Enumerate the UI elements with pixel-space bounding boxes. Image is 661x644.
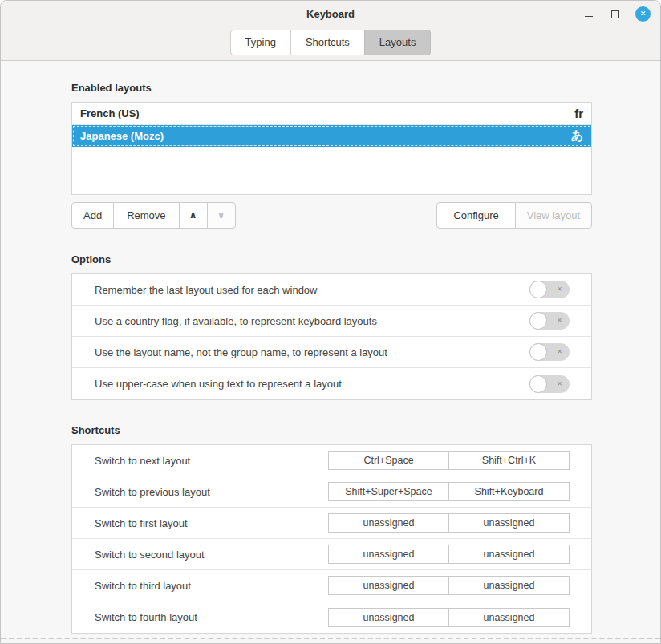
close-icon: ✕ (640, 10, 647, 18)
keybinding-pair: unassigned unassigned (328, 545, 570, 564)
toggle-off-icon: ✕ (557, 286, 562, 293)
option-label: Use the layout name, not the group name,… (72, 346, 529, 358)
window-title: Keyboard (306, 8, 355, 20)
configure-button[interactable]: Configure (436, 202, 515, 229)
shortcut-label: Switch to fourth layout (72, 611, 328, 623)
close-button[interactable]: ✕ (635, 6, 651, 22)
keybinding-button-1[interactable]: Shift+Super+Space (328, 482, 449, 501)
toggle-off-icon: ✕ (557, 381, 562, 387)
layout-row-french[interactable]: French (US) fr (72, 103, 591, 125)
tab-typing[interactable]: Typing (230, 30, 291, 55)
tab-shortcuts[interactable]: Shortcuts (290, 30, 365, 55)
keybinding-button-1[interactable]: unassigned (328, 608, 449, 627)
toggle-knob (529, 375, 547, 393)
keybinding-button-1[interactable]: Ctrl+Space (328, 451, 449, 470)
keybinding-button-2[interactable]: Shift+Keyboard (448, 482, 570, 501)
layout-action-group: Configure View layout (436, 202, 592, 229)
option-label: Remember the last layout used for each w… (72, 284, 529, 296)
toggle-knob (529, 281, 547, 298)
toggle-upper-case[interactable]: ✕ (529, 375, 570, 393)
tabs-row: Typing Shortcuts Layouts (1, 26, 660, 55)
option-label: Use a country flag, if available, to rep… (72, 315, 529, 327)
keyboard-settings-window: Keyboard ✕ Typing Shortcuts Layouts (0, 0, 661, 644)
tab-layouts[interactable]: Layouts (364, 30, 432, 55)
keybinding-button-2[interactable]: unassigned (448, 545, 570, 564)
maximize-icon (611, 10, 619, 18)
option-row: Remember the last layout used for each w… (72, 274, 591, 306)
toggle-off-icon: ✕ (557, 349, 562, 355)
layout-badge: fr (574, 107, 583, 120)
layouts-list: French (US) fr Japanese (Mozc) あ (71, 102, 592, 195)
scroll-undershoot-indicator (1, 638, 660, 639)
keybinding-pair: unassigned unassigned (328, 576, 570, 595)
main-content: Enabled layouts French (US) fr Japanese … (71, 82, 592, 634)
shortcuts-list: Switch to next layout Ctrl+Space Shift+C… (71, 444, 592, 634)
shortcut-label: Switch to previous layout (72, 486, 328, 498)
layout-name: French (US) (80, 107, 574, 119)
keybinding-button-2[interactable]: unassigned (448, 513, 570, 533)
minimize-button[interactable] (582, 7, 595, 20)
view-layout-button[interactable]: View layout (515, 202, 592, 229)
layout-badge: あ (571, 128, 583, 144)
toggle-off-icon: ✕ (557, 318, 562, 324)
toggle-country-flag[interactable]: ✕ (529, 312, 570, 330)
toggle-knob (529, 312, 547, 330)
minimize-icon (585, 16, 593, 17)
add-button[interactable]: Add (71, 202, 114, 229)
shortcut-row: Switch to third layout unassigned unassi… (72, 570, 591, 601)
shortcut-row: Switch to next layout Ctrl+Space Shift+C… (72, 445, 591, 476)
keybinding-pair: Shift+Super+Space Shift+Keyboard (328, 482, 570, 501)
keybinding-pair: unassigned unassigned (328, 513, 570, 533)
shortcut-row: Switch to first layout unassigned unassi… (72, 508, 591, 539)
keybinding-button-1[interactable]: unassigned (328, 513, 449, 533)
edit-button-group: Add Remove ∧ ∨ (71, 202, 236, 229)
options-list: Remember the last layout used for each w… (71, 273, 592, 400)
layout-row-japanese[interactable]: Japanese (Mozc) あ (72, 125, 591, 147)
layouts-toolbar: Add Remove ∧ ∨ Configure View layout (71, 202, 592, 229)
shortcut-label: Switch to second layout (72, 549, 328, 561)
option-label: Use upper-case when using text to repres… (72, 378, 529, 390)
toggle-knob (529, 343, 547, 361)
keybinding-button-1[interactable]: unassigned (328, 545, 449, 564)
move-up-button[interactable]: ∧ (179, 202, 208, 229)
chevron-down-icon: ∨ (217, 209, 225, 221)
toggle-remember-last-layout[interactable]: ✕ (529, 281, 570, 298)
shortcut-label: Switch to first layout (72, 517, 328, 529)
move-down-button[interactable]: ∨ (207, 202, 236, 229)
enabled-layouts-header: Enabled layouts (71, 82, 592, 94)
shortcut-label: Switch to third layout (72, 580, 328, 592)
toggle-layout-name[interactable]: ✕ (529, 343, 570, 361)
option-row: Use a country flag, if available, to rep… (72, 306, 591, 337)
shortcut-row: Switch to previous layout Shift+Super+Sp… (72, 476, 591, 508)
keybinding-pair: unassigned unassigned (328, 608, 570, 627)
keybinding-button-2[interactable]: unassigned (448, 608, 570, 627)
shortcut-label: Switch to next layout (72, 455, 328, 467)
shortcut-row: Switch to second layout unassigned unass… (72, 539, 591, 570)
options-header: Options (71, 253, 592, 265)
window-controls: ✕ (582, 1, 651, 26)
maximize-button[interactable] (609, 7, 622, 20)
option-row: Use upper-case when using text to repres… (72, 368, 591, 399)
window-header: Keyboard ✕ Typing Shortcuts Layouts (1, 1, 660, 61)
titlebar[interactable]: Keyboard ✕ (1, 1, 660, 26)
keybinding-button-2[interactable]: Shift+Ctrl+K (448, 451, 570, 470)
keybinding-pair: Ctrl+Space Shift+Ctrl+K (328, 451, 570, 470)
remove-button[interactable]: Remove (113, 202, 179, 229)
keybinding-button-1[interactable]: unassigned (328, 576, 449, 595)
shortcut-row: Switch to fourth layout unassigned unass… (72, 601, 591, 633)
tab-group: Typing Shortcuts Layouts (230, 30, 432, 55)
layout-name: Japanese (Mozc) (80, 130, 571, 142)
option-row: Use the layout name, not the group name,… (72, 337, 591, 368)
chevron-up-icon: ∧ (189, 209, 197, 221)
shortcuts-header: Shortcuts (71, 424, 592, 436)
keybinding-button-2[interactable]: unassigned (448, 576, 570, 595)
